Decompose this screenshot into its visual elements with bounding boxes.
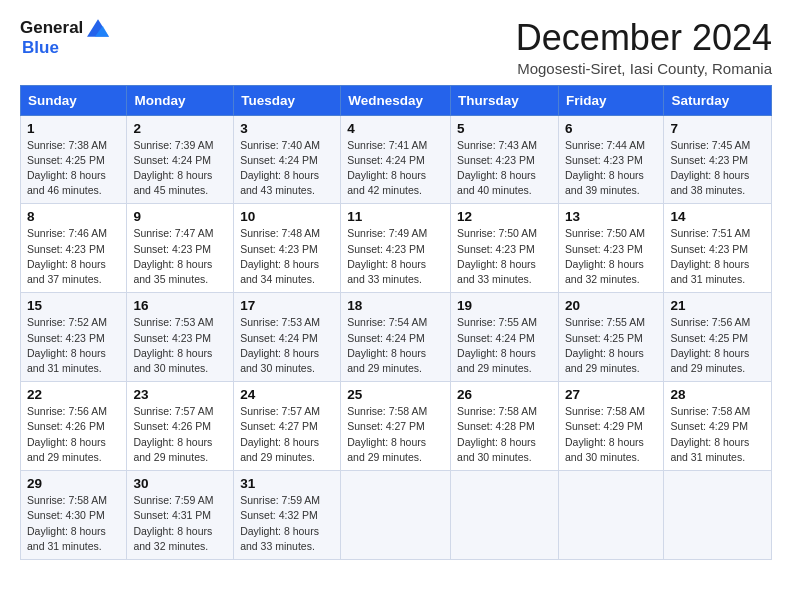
header: General Blue December 2024 Mogosesti-Sir… [20, 18, 772, 77]
month-title: December 2024 [516, 18, 772, 58]
day-info: Sunrise: 7:48 AMSunset: 4:23 PMDaylight:… [240, 226, 335, 287]
day-number: 6 [565, 121, 658, 136]
logo-text: General [20, 18, 109, 38]
day-info: Sunrise: 7:44 AMSunset: 4:23 PMDaylight:… [565, 138, 658, 199]
week-row-5: 29Sunrise: 7:58 AMSunset: 4:30 PMDayligh… [21, 471, 772, 560]
day-info: Sunrise: 7:38 AMSunset: 4:25 PMDaylight:… [27, 138, 121, 199]
day-number: 8 [27, 209, 121, 224]
day-number: 19 [457, 298, 553, 313]
day-info: Sunrise: 7:53 AMSunset: 4:24 PMDaylight:… [240, 315, 335, 376]
logo-area: General Blue [20, 18, 109, 58]
day-info: Sunrise: 7:59 AMSunset: 4:32 PMDaylight:… [240, 493, 335, 554]
day-info: Sunrise: 7:47 AMSunset: 4:23 PMDaylight:… [133, 226, 228, 287]
day-info: Sunrise: 7:55 AMSunset: 4:25 PMDaylight:… [565, 315, 658, 376]
calendar-cell: 8Sunrise: 7:46 AMSunset: 4:23 PMDaylight… [21, 204, 127, 293]
day-number: 3 [240, 121, 335, 136]
day-number: 15 [27, 298, 121, 313]
calendar-cell: 9Sunrise: 7:47 AMSunset: 4:23 PMDaylight… [127, 204, 234, 293]
logo-general: General [20, 18, 83, 38]
calendar-cell: 3Sunrise: 7:40 AMSunset: 4:24 PMDaylight… [234, 115, 341, 204]
calendar-cell: 31Sunrise: 7:59 AMSunset: 4:32 PMDayligh… [234, 471, 341, 560]
day-info: Sunrise: 7:40 AMSunset: 4:24 PMDaylight:… [240, 138, 335, 199]
day-info: Sunrise: 7:53 AMSunset: 4:23 PMDaylight:… [133, 315, 228, 376]
calendar-cell: 20Sunrise: 7:55 AMSunset: 4:25 PMDayligh… [559, 293, 664, 382]
calendar-cell: 13Sunrise: 7:50 AMSunset: 4:23 PMDayligh… [559, 204, 664, 293]
day-info: Sunrise: 7:59 AMSunset: 4:31 PMDaylight:… [133, 493, 228, 554]
calendar-cell: 14Sunrise: 7:51 AMSunset: 4:23 PMDayligh… [664, 204, 772, 293]
calendar-cell [664, 471, 772, 560]
day-info: Sunrise: 7:39 AMSunset: 4:24 PMDaylight:… [133, 138, 228, 199]
calendar-cell: 27Sunrise: 7:58 AMSunset: 4:29 PMDayligh… [559, 382, 664, 471]
calendar-cell: 19Sunrise: 7:55 AMSunset: 4:24 PMDayligh… [451, 293, 559, 382]
week-row-4: 22Sunrise: 7:56 AMSunset: 4:26 PMDayligh… [21, 382, 772, 471]
day-number: 31 [240, 476, 335, 491]
day-number: 29 [27, 476, 121, 491]
week-row-1: 1Sunrise: 7:38 AMSunset: 4:25 PMDaylight… [21, 115, 772, 204]
column-header-tuesday: Tuesday [234, 85, 341, 115]
calendar-cell: 16Sunrise: 7:53 AMSunset: 4:23 PMDayligh… [127, 293, 234, 382]
day-info: Sunrise: 7:58 AMSunset: 4:29 PMDaylight:… [565, 404, 658, 465]
day-number: 20 [565, 298, 658, 313]
day-number: 23 [133, 387, 228, 402]
calendar-cell [341, 471, 451, 560]
day-number: 21 [670, 298, 766, 313]
subtitle: Mogosesti-Siret, Iasi County, Romania [516, 60, 772, 77]
day-info: Sunrise: 7:54 AMSunset: 4:24 PMDaylight:… [347, 315, 445, 376]
calendar-cell: 10Sunrise: 7:48 AMSunset: 4:23 PMDayligh… [234, 204, 341, 293]
title-area: December 2024 Mogosesti-Siret, Iasi Coun… [516, 18, 772, 77]
calendar-table: SundayMondayTuesdayWednesdayThursdayFrid… [20, 85, 772, 560]
column-header-thursday: Thursday [451, 85, 559, 115]
calendar-cell: 24Sunrise: 7:57 AMSunset: 4:27 PMDayligh… [234, 382, 341, 471]
day-number: 12 [457, 209, 553, 224]
calendar-cell: 4Sunrise: 7:41 AMSunset: 4:24 PMDaylight… [341, 115, 451, 204]
week-row-3: 15Sunrise: 7:52 AMSunset: 4:23 PMDayligh… [21, 293, 772, 382]
column-header-wednesday: Wednesday [341, 85, 451, 115]
calendar-cell: 15Sunrise: 7:52 AMSunset: 4:23 PMDayligh… [21, 293, 127, 382]
day-number: 16 [133, 298, 228, 313]
day-number: 24 [240, 387, 335, 402]
day-info: Sunrise: 7:49 AMSunset: 4:23 PMDaylight:… [347, 226, 445, 287]
day-number: 10 [240, 209, 335, 224]
day-number: 9 [133, 209, 228, 224]
calendar-cell: 23Sunrise: 7:57 AMSunset: 4:26 PMDayligh… [127, 382, 234, 471]
day-number: 25 [347, 387, 445, 402]
day-number: 2 [133, 121, 228, 136]
day-info: Sunrise: 7:57 AMSunset: 4:26 PMDaylight:… [133, 404, 228, 465]
day-number: 17 [240, 298, 335, 313]
day-number: 18 [347, 298, 445, 313]
page: General Blue December 2024 Mogosesti-Sir… [0, 0, 792, 578]
day-info: Sunrise: 7:57 AMSunset: 4:27 PMDaylight:… [240, 404, 335, 465]
day-info: Sunrise: 7:58 AMSunset: 4:27 PMDaylight:… [347, 404, 445, 465]
calendar-cell [559, 471, 664, 560]
calendar-cell: 28Sunrise: 7:58 AMSunset: 4:29 PMDayligh… [664, 382, 772, 471]
day-info: Sunrise: 7:41 AMSunset: 4:24 PMDaylight:… [347, 138, 445, 199]
day-info: Sunrise: 7:51 AMSunset: 4:23 PMDaylight:… [670, 226, 766, 287]
calendar-cell: 25Sunrise: 7:58 AMSunset: 4:27 PMDayligh… [341, 382, 451, 471]
calendar-cell: 5Sunrise: 7:43 AMSunset: 4:23 PMDaylight… [451, 115, 559, 204]
day-number: 11 [347, 209, 445, 224]
day-info: Sunrise: 7:56 AMSunset: 4:26 PMDaylight:… [27, 404, 121, 465]
day-info: Sunrise: 7:46 AMSunset: 4:23 PMDaylight:… [27, 226, 121, 287]
day-number: 27 [565, 387, 658, 402]
column-header-monday: Monday [127, 85, 234, 115]
logo-blue: Blue [22, 38, 59, 58]
calendar-cell: 12Sunrise: 7:50 AMSunset: 4:23 PMDayligh… [451, 204, 559, 293]
day-number: 26 [457, 387, 553, 402]
calendar-cell: 2Sunrise: 7:39 AMSunset: 4:24 PMDaylight… [127, 115, 234, 204]
day-info: Sunrise: 7:45 AMSunset: 4:23 PMDaylight:… [670, 138, 766, 199]
week-row-2: 8Sunrise: 7:46 AMSunset: 4:23 PMDaylight… [21, 204, 772, 293]
day-number: 13 [565, 209, 658, 224]
day-info: Sunrise: 7:56 AMSunset: 4:25 PMDaylight:… [670, 315, 766, 376]
column-header-sunday: Sunday [21, 85, 127, 115]
logo-blue-text: Blue [20, 38, 59, 58]
column-header-friday: Friday [559, 85, 664, 115]
calendar-cell: 21Sunrise: 7:56 AMSunset: 4:25 PMDayligh… [664, 293, 772, 382]
day-number: 1 [27, 121, 121, 136]
day-number: 28 [670, 387, 766, 402]
calendar-cell: 11Sunrise: 7:49 AMSunset: 4:23 PMDayligh… [341, 204, 451, 293]
day-info: Sunrise: 7:58 AMSunset: 4:28 PMDaylight:… [457, 404, 553, 465]
logo-icon [87, 19, 109, 37]
day-info: Sunrise: 7:58 AMSunset: 4:29 PMDaylight:… [670, 404, 766, 465]
calendar-cell: 18Sunrise: 7:54 AMSunset: 4:24 PMDayligh… [341, 293, 451, 382]
day-number: 7 [670, 121, 766, 136]
